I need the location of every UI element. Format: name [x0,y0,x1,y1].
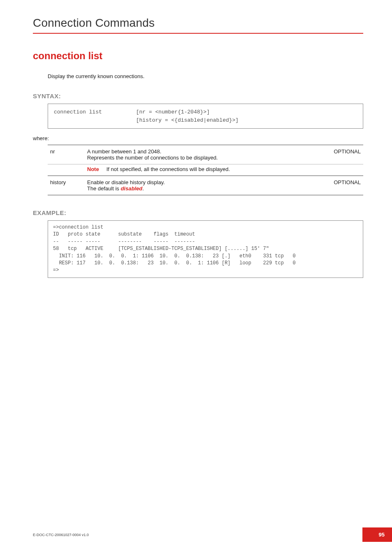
syntax-args-line2: [history = <{disabled|enabled}>] [136,116,239,125]
param-optional: OPTIONAL [322,176,363,195]
param-name: nr [48,145,85,164]
where-label: where: [33,135,363,141]
example-heading: EXAMPLE: [33,209,363,216]
table-row: history Enable or disable history displa… [48,176,363,195]
command-title: connection list [33,50,363,62]
page-number: 95 [362,527,392,542]
note-label: Note [87,166,99,172]
syntax-args-line1: [nr = <number{1-2048}>] [136,108,210,116]
page-footer: E-DOC-CTC-20061027-0004 v1.0 95 [33,527,392,542]
param-desc: Enable or disable history display. The d… [85,176,322,195]
section-title: Connection Commands [33,16,363,30]
table-row: nr A number between 1 and 2048. Represen… [48,145,363,164]
param-optional: OPTIONAL [322,145,363,164]
default-value: disabled [121,185,143,192]
note-text: If not specified, all the connections wi… [106,166,230,172]
title-divider [33,33,363,34]
syntax-command: connection list [54,108,136,116]
syntax-box: connection list [nr = <number{1-2048}>] … [48,104,363,129]
table-row-note: Note If not specified, all the connectio… [48,164,363,176]
syntax-heading: SYNTAX: [33,92,363,99]
param-name: history [48,176,85,195]
param-desc: A number between 1 and 2048. Represents … [85,145,322,164]
command-intro: Display the currently known connections. [48,73,363,79]
parameter-table: nr A number between 1 and 2048. Represen… [48,145,363,195]
example-box: =>connection list ID proto state substat… [48,220,363,278]
doc-id: E-DOC-CTC-20061027-0004 v1.0 [33,533,89,537]
